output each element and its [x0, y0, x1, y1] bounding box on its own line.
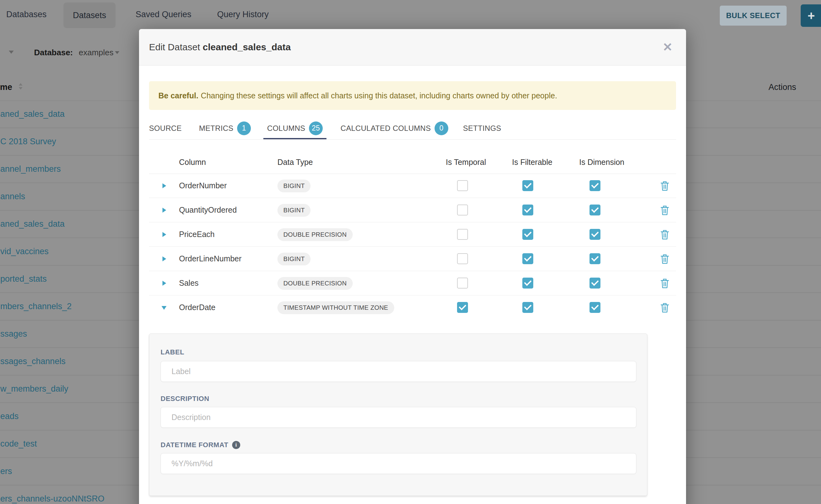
dataset-link[interactable]: ssages: [0, 320, 27, 348]
is-filterable-checkbox[interactable]: [522, 278, 533, 289]
is-dimension-checkbox[interactable]: [590, 278, 601, 289]
nav-item-databases[interactable]: Databases: [6, 0, 47, 29]
data-type-pill: BIGINT: [277, 253, 310, 265]
expand-caret-icon[interactable]: [161, 306, 166, 310]
is-dimension-checkbox[interactable]: [590, 253, 601, 264]
tab-settings-label: SETTINGS: [463, 124, 501, 133]
expand-caret-icon[interactable]: [162, 208, 166, 213]
is-temporal-checkbox[interactable]: [457, 253, 468, 264]
column-row: QuantityOrdered BIGINT: [149, 198, 676, 222]
dataset-link[interactable]: ers: [0, 458, 12, 485]
database-dropdown-caret-icon[interactable]: [115, 51, 119, 54]
is-dimension-checkbox[interactable]: [590, 302, 601, 313]
is-temporal-checkbox[interactable]: [457, 229, 468, 240]
modal-title: Edit Dataset cleaned_sales_data: [149, 42, 291, 52]
dataset-link[interactable]: vid_vaccines: [0, 238, 49, 265]
tab-columns-label: COLUMNS: [267, 124, 305, 133]
data-type-pill: DOUBLE PRECISION: [277, 228, 353, 241]
data-type-pill: TIMESTAMP WITHOUT TIME ZONE: [277, 301, 394, 314]
dataset-link[interactable]: mbers_channels_2: [0, 293, 72, 320]
expand-caret-icon[interactable]: [162, 183, 166, 188]
is-filterable-checkbox[interactable]: [522, 229, 533, 240]
modal-dataset-name: cleaned_sales_data: [203, 42, 291, 52]
tab-columns[interactable]: COLUMNS 25: [267, 117, 323, 140]
tab-source-label: SOURCE: [149, 124, 181, 133]
is-dimension-checkbox[interactable]: [590, 229, 601, 240]
dataset-link[interactable]: ported_stats: [0, 265, 47, 293]
column-detail-panel: LABEL DESCRIPTION DATETIME FORMAT i: [149, 334, 647, 496]
bulk-select-button[interactable]: BULK SELECT: [720, 6, 787, 26]
column-name: Sales: [179, 271, 199, 295]
delete-column-trash-icon[interactable]: [660, 180, 670, 191]
close-icon[interactable]: ✕: [658, 38, 677, 57]
dataset-link[interactable]: code_test: [0, 430, 37, 457]
is-temporal-checkbox[interactable]: [457, 278, 468, 289]
is-temporal-checkbox[interactable]: [457, 180, 468, 191]
modal-header: Edit Dataset cleaned_sales_data: [139, 29, 686, 66]
dataset-link[interactable]: ssages_channels: [0, 348, 66, 375]
dataset-link[interactable]: ers_channels-uzooNNtSRO: [0, 485, 104, 504]
header-is-temporal: Is Temporal: [446, 158, 486, 167]
description-input[interactable]: [161, 407, 636, 428]
delete-column-trash-icon[interactable]: [660, 205, 670, 215]
dataset-link[interactable]: eads: [0, 403, 19, 430]
tab-calculated-columns[interactable]: CALCULATED COLUMNS 0: [340, 117, 448, 140]
sort-icon[interactable]: [19, 83, 22, 90]
description-field-label-text: DESCRIPTION: [161, 395, 209, 403]
dataset-link[interactable]: annel_members: [0, 156, 61, 183]
is-filterable-checkbox[interactable]: [522, 302, 533, 313]
name-column-header[interactable]: me: [0, 74, 12, 101]
tab-settings[interactable]: SETTINGS: [463, 117, 501, 140]
datetime-format-field-label: DATETIME FORMAT i: [161, 441, 240, 449]
tab-metrics[interactable]: METRICS 1: [199, 117, 251, 140]
delete-column-trash-icon[interactable]: [660, 254, 670, 264]
tab-calculated-columns-count-badge: 0: [435, 121, 448, 135]
nav-item-datasets-active[interactable]: Datasets: [63, 2, 116, 28]
label-field-label: LABEL: [161, 348, 184, 356]
warning-banner-text: Changing these settings will affect all …: [201, 91, 557, 100]
nav-item-query-history[interactable]: Query History: [217, 0, 269, 29]
is-filterable-checkbox[interactable]: [522, 180, 533, 191]
delete-column-trash-icon[interactable]: [660, 278, 670, 289]
column-name: QuantityOrdered: [179, 198, 237, 222]
tab-source[interactable]: SOURCE: [149, 117, 181, 140]
warning-banner-bold: Be careful.: [158, 91, 198, 100]
is-dimension-checkbox[interactable]: [590, 205, 601, 215]
database-filter-label: Database:: [34, 47, 73, 58]
edit-dataset-modal: Edit Dataset cleaned_sales_data ✕ Be car…: [139, 29, 686, 504]
column-name: OrderLineNumber: [179, 247, 241, 271]
tab-columns-count-badge: 25: [309, 121, 323, 135]
column-row: OrderNumber BIGINT: [149, 174, 676, 198]
tab-metrics-count-badge: 1: [237, 121, 251, 135]
delete-column-trash-icon[interactable]: [660, 302, 670, 313]
is-temporal-checkbox[interactable]: [457, 302, 468, 313]
expand-caret-icon[interactable]: [162, 232, 166, 237]
expand-caret-icon[interactable]: [162, 281, 166, 286]
datasets-page: Databases Datasets Saved Queries Query H…: [0, 0, 821, 504]
is-filterable-checkbox[interactable]: [522, 205, 533, 215]
dataset-link[interactable]: aned_sales_data: [0, 101, 65, 128]
info-icon[interactable]: i: [232, 441, 240, 449]
delete-column-trash-icon[interactable]: [660, 229, 670, 240]
database-filter-value[interactable]: examples: [79, 47, 113, 58]
dataset-link[interactable]: C 2018 Survey: [0, 128, 56, 155]
column-row: PriceEach DOUBLE PRECISION: [149, 222, 676, 247]
is-dimension-checkbox[interactable]: [590, 180, 601, 191]
expand-caret-icon[interactable]: [162, 256, 166, 261]
data-type-pill: BIGINT: [277, 204, 310, 217]
add-dataset-button[interactable]: +: [801, 4, 821, 27]
tab-calculated-columns-label: CALCULATED COLUMNS: [340, 124, 431, 133]
columns-table: OrderNumber BIGINT Quant: [149, 174, 676, 320]
dataset-link[interactable]: annels: [0, 183, 25, 210]
dataset-link[interactable]: w_members_daily: [0, 375, 68, 403]
dataset-link[interactable]: aned_sales_data: [0, 210, 65, 238]
nav-item-saved-queries[interactable]: Saved Queries: [136, 0, 191, 29]
datetime-format-input[interactable]: [161, 453, 636, 474]
actions-column-header: Actions: [769, 74, 796, 101]
is-filterable-checkbox[interactable]: [522, 253, 533, 264]
column-name: OrderNumber: [179, 174, 227, 198]
filter-dropdown-caret-icon[interactable]: [9, 51, 14, 54]
label-input[interactable]: [161, 361, 636, 382]
label-field-label-text: LABEL: [161, 348, 184, 356]
is-temporal-checkbox[interactable]: [457, 205, 468, 215]
